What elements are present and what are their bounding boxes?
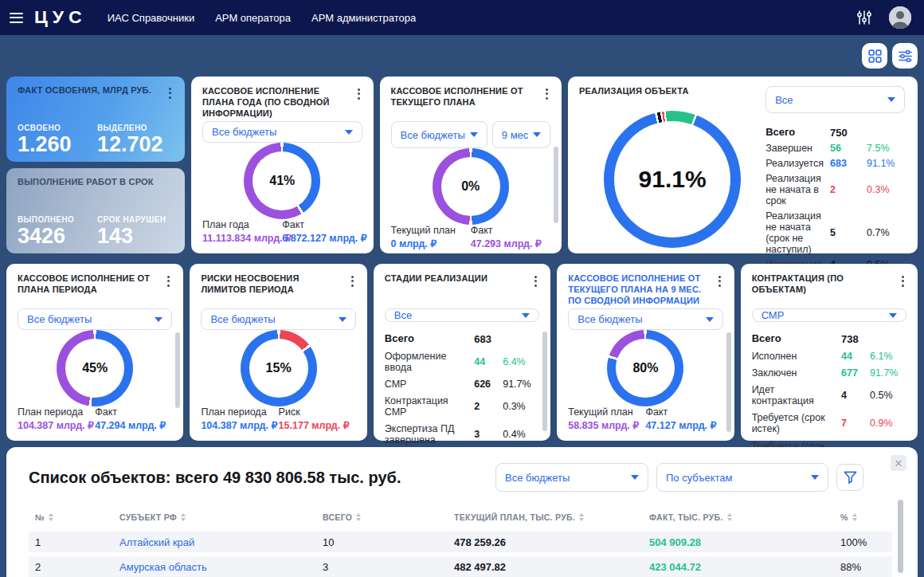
grouping-filter-dropdown[interactable]: По субъектам <box>656 463 828 492</box>
equalizer-settings-icon[interactable] <box>857 10 871 26</box>
scrollbar[interactable] <box>542 332 547 431</box>
subject-link[interactable]: Амурская область <box>119 561 323 573</box>
stat-label: Риск <box>279 406 356 418</box>
period-filter-dropdown[interactable]: 9 мес <box>492 121 551 148</box>
chevron-down-icon <box>631 475 639 480</box>
legend-row: Реализация не начата (срок не наступил)5… <box>765 208 905 257</box>
object-list-panel: ✕ Список объектов: всего 49 830 806.58 т… <box>6 447 918 577</box>
card-current-plan-9m: КАССОВОЕ ИСПОЛНЕНИЕ ОТ ТЕКУЩЕГО ПЛАНА НА… <box>557 264 734 441</box>
table-row[interactable]: 1 Алтайский край 10 478 259.26 504 909.2… <box>29 532 892 552</box>
budget-filter-dropdown[interactable]: Все бюджеты <box>201 308 355 330</box>
column-header-percent[interactable]: % <box>840 512 892 522</box>
stat-value: 143 <box>97 225 177 247</box>
contracting-filter-dropdown[interactable]: СМР <box>752 308 906 322</box>
stat-value: 104.387 млрд. ₽ <box>201 419 278 431</box>
legend-row: СМР62691.7% <box>385 375 539 392</box>
legend-row: Реализуется68391.1% <box>765 155 905 171</box>
realization-filter-dropdown[interactable]: Все <box>765 86 905 113</box>
kebab-menu-icon[interactable] <box>355 86 362 102</box>
nav-item-arm-admin[interactable]: АРМ администратора <box>311 12 416 24</box>
budget-filter-dropdown[interactable]: Все бюджеты <box>495 463 648 492</box>
dashboard-actions <box>6 35 918 77</box>
dashboard-settings-button[interactable] <box>892 43 918 69</box>
budget-filter-dropdown[interactable]: Все бюджеты <box>202 121 362 143</box>
card-title: СТАДИИ РЕАЛИЗАЦИИ <box>385 273 527 285</box>
card-current-plan: КАССОВОЕ ИСПОЛНЕНИЕ ОТ ТЕКУЩЕГО ПЛАНА Вс… <box>380 77 562 253</box>
close-icon[interactable]: ✕ <box>891 455 906 471</box>
donut-percent: 41% <box>244 143 320 219</box>
legend-row: Реализация не начата в срок20.3% <box>765 171 905 208</box>
hamburger-menu-icon[interactable] <box>10 13 23 23</box>
table-row[interactable]: 2 Амурская область 3 482 497.82 423 044.… <box>29 556 892 577</box>
card-title: КАССОВОЕ ИСПОЛНЕНИЕ ОТ ТЕКУЩЕГО ПЛАНА <box>391 86 539 108</box>
donut-percent: 80% <box>607 330 683 406</box>
stat-value: 11.113.834 млрд. ₽ <box>202 232 282 244</box>
stat-label: Факт <box>95 406 172 418</box>
kebab-menu-icon[interactable] <box>166 85 174 101</box>
stat-value: 0 млрд. ₽ <box>391 237 471 249</box>
card-stages: СТАДИИ РЕАЛИЗАЦИИ Все Всего683 Оформлени… <box>374 264 550 441</box>
column-header-subject[interactable]: СУБЪЕКТ РФ <box>119 512 323 522</box>
stat-value: 47.293 млрд. ₽ <box>471 237 550 249</box>
scrollbar[interactable] <box>898 500 903 573</box>
card-title: КОНТРАКТАЦИЯ (ПО ОБЪЕКТАМ) <box>752 273 895 296</box>
scrollbar[interactable] <box>554 147 558 223</box>
kebab-menu-icon[interactable] <box>349 273 356 289</box>
stat-value: 104.387 млрд. ₽ <box>18 419 95 431</box>
legend-row: Экспертиза ПД завершена30.4% <box>385 421 539 449</box>
card-title: КАССОВОЕ ИСПОЛНЕНИЕ ОТ ПЛАНА ПЕРИОДА <box>18 273 160 296</box>
sort-icon[interactable] <box>579 513 584 521</box>
card-title: ФАКТ ОСВОЕНИЯ, МЛРД РУБ. <box>18 85 166 101</box>
chevron-down-icon <box>811 475 819 480</box>
stat-label: План периода <box>18 406 95 418</box>
navbar: ЦУС ИАС Справочники АРМ оператора АРМ ад… <box>0 0 924 35</box>
app-logo[interactable]: ЦУС <box>34 8 87 28</box>
kebab-menu-icon[interactable] <box>532 273 539 289</box>
budget-filter-dropdown[interactable]: Все бюджеты <box>18 308 172 330</box>
legend-row: Идет контрактация40.5% <box>752 382 906 410</box>
user-avatar[interactable] <box>889 6 911 29</box>
nav-item-arm-operator[interactable]: АРМ оператора <box>215 12 291 24</box>
stat-label: Текущий план <box>568 406 645 418</box>
filter-funnel-button[interactable] <box>836 464 863 491</box>
legend-row: Завершен567.5% <box>765 140 905 155</box>
realization-legend: Всего750 Завершен567.5% Реализуется68391… <box>765 124 905 272</box>
chevron-down-icon <box>706 317 714 322</box>
chevron-down-icon <box>889 313 897 318</box>
stat-label: Факт <box>471 225 550 236</box>
kebab-menu-icon[interactable] <box>543 86 550 102</box>
kebab-menu-icon[interactable] <box>899 273 906 289</box>
column-header-fact[interactable]: ФАКТ, ТЫС. РУБ. <box>649 512 840 522</box>
card-contracting: КОНТРАКТАЦИЯ (ПО ОБЪЕКТАМ) СМР Всего738 … <box>741 264 918 441</box>
donut-chart-plan-period: 45% <box>57 330 133 406</box>
subject-link[interactable]: Алтайский край <box>119 536 323 548</box>
donut-chart-realization: 91.1% <box>604 111 741 248</box>
scrollbar[interactable] <box>175 332 180 408</box>
card-title-link[interactable]: КАССОВОЕ ИСПОЛНЕНИЕ ОТ ТЕКУЩЕГО ПЛАНА НА… <box>568 273 711 306</box>
sort-icon[interactable] <box>852 513 857 521</box>
column-header-num[interactable]: № <box>29 512 119 522</box>
chevron-down-icon <box>522 313 530 318</box>
sort-icon[interactable] <box>727 513 732 521</box>
sort-icon[interactable] <box>49 513 53 521</box>
kebab-menu-icon[interactable] <box>165 273 172 289</box>
stat-label: Факт <box>282 219 362 230</box>
chevron-down-icon <box>339 317 346 322</box>
budget-filter-dropdown[interactable]: Все бюджеты <box>568 308 722 330</box>
stages-filter-dropdown[interactable]: Все <box>385 308 539 322</box>
layout-grid-button[interactable] <box>862 43 887 69</box>
column-header-plan[interactable]: ТЕКУЩИЙ ПЛАН, ТЫС. РУБ. <box>454 512 649 522</box>
stat-label: СРОК НАРУШЕН <box>97 215 177 224</box>
object-list-title: Список объектов: всего 49 830 806.58 тыс… <box>29 469 487 487</box>
sort-icon[interactable] <box>181 513 186 521</box>
stat-label: Факт <box>645 406 722 418</box>
scrollbar[interactable] <box>726 332 731 432</box>
column-header-total[interactable]: ВСЕГО <box>323 512 454 522</box>
chevron-down-icon <box>470 132 478 137</box>
nav-item-ias[interactable]: ИАС Справочники <box>108 12 194 24</box>
legend-row: Всего738 <box>752 330 906 347</box>
sort-icon[interactable] <box>356 513 361 521</box>
budget-filter-dropdown[interactable]: Все бюджеты <box>391 121 487 148</box>
donut-percent: 91.1% <box>604 111 741 248</box>
kebab-menu-icon[interactable] <box>716 273 723 289</box>
